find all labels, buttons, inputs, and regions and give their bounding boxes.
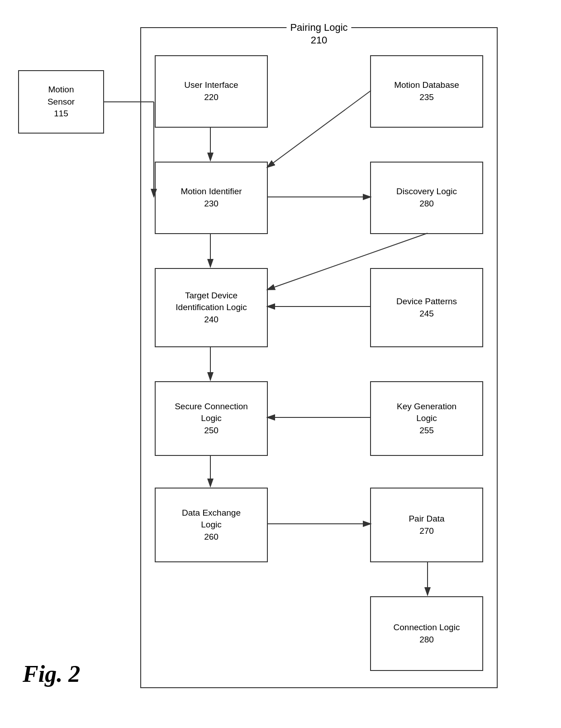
target-device-label: Target Device Identification Logic bbox=[176, 290, 247, 314]
motion-database-label: Motion Database bbox=[394, 79, 459, 91]
pair-data-label: Pair Data bbox=[409, 513, 444, 525]
discovery-logic-box: Discovery Logic 280 bbox=[370, 162, 483, 234]
secure-connection-label: Secure Connection Logic bbox=[175, 401, 248, 425]
key-generation-box: Key Generation Logic 255 bbox=[370, 381, 483, 456]
key-generation-label: Key Generation Logic bbox=[397, 401, 456, 425]
pair-data-box: Pair Data 270 bbox=[370, 488, 483, 562]
device-patterns-box: Device Patterns 245 bbox=[370, 268, 483, 347]
data-exchange-box: Data Exchange Logic 260 bbox=[155, 488, 268, 562]
motion-database-box: Motion Database 235 bbox=[370, 55, 483, 128]
pair-data-number: 270 bbox=[419, 525, 434, 537]
motion-sensor-number: 115 bbox=[54, 108, 68, 120]
target-device-box: Target Device Identification Logic 240 bbox=[155, 268, 268, 347]
pairing-logic-number: 210 bbox=[311, 34, 328, 46]
device-patterns-label: Device Patterns bbox=[396, 296, 457, 308]
target-device-number: 240 bbox=[204, 314, 219, 326]
motion-identifier-box: Motion Identifier 230 bbox=[155, 162, 268, 234]
user-interface-box: User Interface 220 bbox=[155, 55, 268, 128]
motion-database-number: 235 bbox=[419, 91, 434, 104]
connection-logic-label: Connection Logic bbox=[394, 622, 460, 634]
secure-connection-box: Secure Connection Logic 250 bbox=[155, 381, 268, 456]
motion-sensor-box: Motion Sensor 115 bbox=[18, 70, 104, 134]
data-exchange-label: Data Exchange Logic bbox=[182, 507, 241, 531]
page: Motion Sensor 115 Pairing Logic 210 User… bbox=[0, 0, 561, 728]
pairing-logic-outer: Pairing Logic 210 User Interface 220 Mot… bbox=[140, 27, 498, 688]
motion-identifier-number: 230 bbox=[204, 198, 219, 210]
user-interface-number: 220 bbox=[204, 91, 219, 104]
pairing-logic-title: Pairing Logic bbox=[286, 22, 351, 34]
discovery-logic-number: 280 bbox=[419, 198, 434, 210]
user-interface-label: User Interface bbox=[184, 79, 238, 91]
fig-label: Fig. 2 bbox=[23, 661, 80, 687]
device-patterns-number: 245 bbox=[419, 308, 434, 320]
key-generation-number: 255 bbox=[419, 425, 434, 437]
motion-identifier-label: Motion Identifier bbox=[181, 186, 242, 198]
data-exchange-number: 260 bbox=[204, 531, 219, 543]
connection-logic-box: Connection Logic 280 bbox=[370, 596, 483, 671]
motion-sensor-label: Motion Sensor bbox=[48, 84, 75, 108]
secure-connection-number: 250 bbox=[204, 425, 219, 437]
discovery-logic-label: Discovery Logic bbox=[396, 186, 457, 198]
connection-logic-number: 280 bbox=[419, 634, 434, 646]
